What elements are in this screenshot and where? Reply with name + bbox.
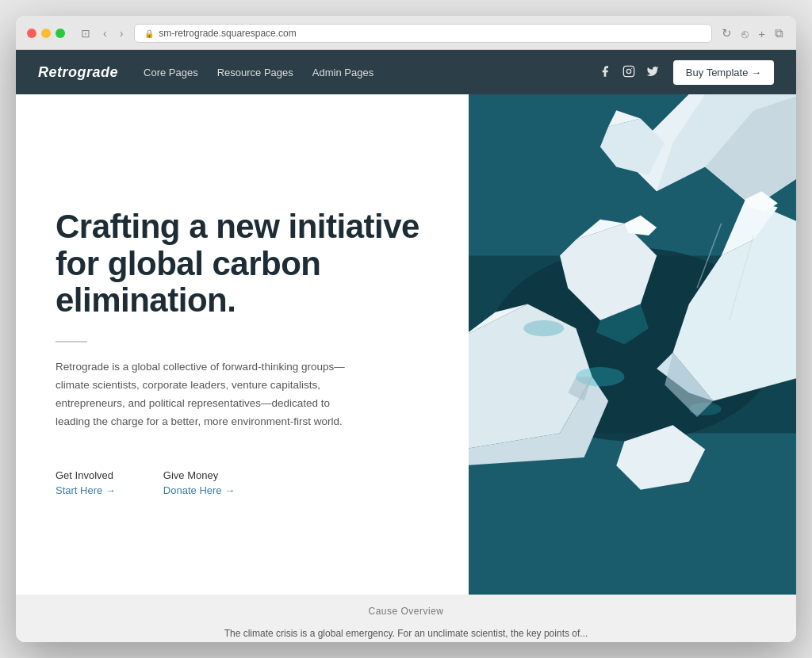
sidebar-toggle-button[interactable]: ⊡ [78,25,94,41]
instagram-icon[interactable] [622,65,635,80]
svg-point-1 [626,69,630,73]
svg-rect-0 [623,66,634,76]
cta-get-involved: Get Involved Start Here → [56,469,116,496]
cta2-link[interactable]: Donate Here → [163,484,235,496]
svg-point-25 [523,320,564,336]
close-button[interactable] [27,29,36,38]
site-nav: Retrograde Core Pages Resource Pages Adm… [16,50,796,94]
nav-links: Core Pages Resource Pages Admin Pages [144,67,599,78]
cause-overview-label: Cause Overview [368,606,443,617]
browser-window: ⊡ ‹ › 🔒 sm-retrograde.squarespace.com ↻ … [16,16,796,642]
facebook-icon[interactable] [599,65,611,80]
back-button[interactable]: ‹ [100,25,110,41]
share-button[interactable]: ⎋ [740,25,750,42]
hero-left: Crafting a new initiative for global car… [16,94,469,595]
minimize-button[interactable] [41,29,51,38]
tab-overview-button[interactable]: ⧉ [773,25,785,42]
browser-actions: ↻ ⎋ + ⧉ [720,25,785,42]
site-logo[interactable]: Retrograde [38,64,118,81]
cta1-label: Get Involved [56,469,116,481]
nav-link-resource-pages[interactable]: Resource Pages [217,67,293,78]
nav-link-core-pages[interactable]: Core Pages [144,67,198,78]
hero-ctas: Get Involved Start Here → Give Money Don… [56,469,429,496]
bottom-text-peek: The climate crisis is a global emergency… [208,628,604,639]
url-text: sm-retrograde.squarespace.com [159,28,296,39]
cta2-label: Give Money [163,469,235,481]
lock-icon: 🔒 [144,29,154,38]
address-bar[interactable]: 🔒 sm-retrograde.squarespace.com [134,24,712,43]
hero-divider [56,341,87,342]
buy-template-button[interactable]: Buy Template → [673,60,774,85]
website-content: Retrograde Core Pages Resource Pages Adm… [16,50,796,642]
traffic-lights [27,29,65,38]
nav-link-admin-pages[interactable]: Admin Pages [312,67,373,78]
cta-give-money: Give Money Donate Here → [163,469,235,496]
browser-navigation: ⊡ ‹ › [78,25,126,41]
hero-description: Retrograde is a global collective of for… [56,358,357,431]
browser-chrome: ⊡ ‹ › 🔒 sm-retrograde.squarespace.com ↻ … [16,16,796,50]
forward-button[interactable]: › [117,25,127,41]
twitter-icon[interactable] [646,65,659,80]
hero-image-area [469,94,796,595]
hero-headline: Crafting a new initiative for global car… [56,208,429,319]
maximize-button[interactable] [56,29,65,38]
cta1-link[interactable]: Start Here → [56,484,116,496]
hero-section: Crafting a new initiative for global car… [16,94,796,595]
nav-social [599,65,659,80]
bottom-section: Cause Overview The climate crisis is a g… [16,595,796,642]
reload-button[interactable]: ↻ [720,25,733,42]
svg-point-2 [631,67,632,68]
new-tab-button[interactable]: + [756,25,767,42]
